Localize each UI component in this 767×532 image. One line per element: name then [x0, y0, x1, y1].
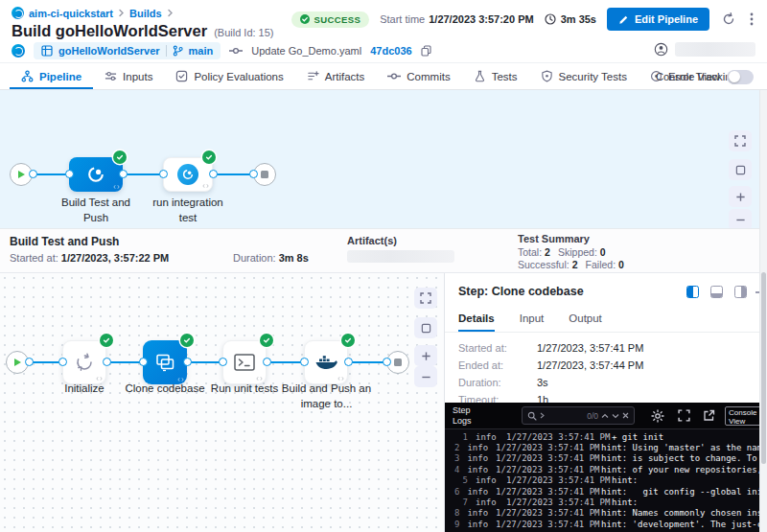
zoom-in-button[interactable]	[729, 186, 752, 207]
chevron-right-icon	[167, 9, 174, 17]
page-header: aim-ci-quickstart Builds SUCCESS Start t…	[0, 0, 767, 63]
more-menu-button[interactable]	[748, 11, 755, 28]
graph-connector-dot	[300, 358, 309, 366]
prompt-caret-icon	[540, 412, 545, 419]
layout-bottom-panel-icon[interactable]	[710, 286, 723, 298]
chevron-down-icon[interactable]	[612, 413, 619, 419]
stage-success-badge	[202, 150, 216, 164]
tab-policy-evaluations[interactable]: Policy Evaluations	[164, 63, 294, 89]
step-label[interactable]: Run unit tests	[201, 382, 288, 397]
tab-input[interactable]: Input	[520, 310, 545, 332]
canvas-reset-button[interactable]	[729, 159, 752, 180]
stage-label[interactable]: Build Test and Push	[53, 196, 139, 225]
log-line: 7info1/27/2023 3:57:41 PMhint:	[445, 497, 767, 507]
tab-details[interactable]: Details	[458, 310, 495, 332]
docker-icon	[314, 352, 338, 373]
tab-security-tests[interactable]: Security Tests	[529, 63, 639, 89]
field-label: Duration:	[458, 377, 501, 388]
graph-connector-dot	[58, 358, 67, 366]
chevron-right-icon	[118, 9, 125, 17]
code-icon	[202, 183, 209, 189]
step-label[interactable]: Initialize	[41, 382, 128, 397]
branch-name: main	[189, 45, 214, 57]
layout-right-panel-icon[interactable]	[734, 286, 747, 298]
harness-logo-icon	[12, 44, 25, 58]
step-label[interactable]: Clone codebase	[122, 382, 208, 397]
graph-connector-dot	[219, 358, 227, 366]
zoom-out-button[interactable]	[729, 209, 752, 230]
user-icon	[654, 42, 668, 57]
page-title: Build goHelloWorldServer	[12, 22, 207, 40]
step-graph-canvas: Initialize Clone codebase Run unit tests…	[0, 273, 445, 532]
console-view-toggle[interactable]	[727, 70, 754, 84]
canvas-fit-button[interactable]	[414, 288, 437, 309]
triggered-by	[654, 42, 755, 57]
status-badge: SUCCESS	[291, 12, 369, 28]
test-summary-title: Test Summary	[518, 233, 590, 244]
log-search-input[interactable]: 0/0	[522, 406, 635, 425]
search-match-count: 0/0	[587, 411, 598, 421]
step-label[interactable]: Build and Push an image to...	[281, 382, 372, 411]
commit-sha-link[interactable]: 47dc036	[370, 45, 411, 57]
log-line: 3info1/27/2023 3:57:41 PMhint: is subjec…	[445, 453, 767, 464]
graph-connector-dot	[139, 358, 148, 366]
field-label: Ended at:	[458, 359, 503, 371]
breadcrumb-project-link[interactable]: aim-ci-quickstart	[29, 8, 113, 19]
breadcrumb: aim-ci-quickstart Builds	[12, 7, 174, 19]
repository-icon	[41, 45, 53, 57]
log-open-external-icon[interactable]	[703, 409, 715, 422]
step-success-badge	[260, 334, 273, 347]
git-branch-icon	[173, 45, 183, 57]
stop-icon	[394, 359, 402, 366]
tab-pipeline[interactable]: Pipeline	[10, 63, 93, 89]
canvas-fit-button[interactable]	[729, 130, 752, 151]
graph-edge	[123, 173, 163, 175]
canvas-reset-button[interactable]	[414, 317, 437, 338]
step-details-panel: Step: Clone codebase Details Input Outpu…	[445, 273, 767, 403]
stop-icon	[261, 171, 268, 178]
edit-pipeline-button[interactable]: Edit Pipeline	[607, 8, 709, 31]
field-value: 1/27/2023, 3:57:44 PM	[537, 359, 643, 371]
build-tabs: Pipeline Inputs Policy Evaluations Artif…	[0, 63, 767, 90]
terminal-icon	[233, 352, 256, 373]
step-node-run-unit-tests[interactable]	[222, 340, 267, 384]
step-node-initialize[interactable]	[62, 340, 106, 384]
log-fullscreen-icon[interactable]	[678, 409, 690, 422]
graph-connector-dot	[209, 170, 218, 178]
step-logs-console: Step Logs 0/0 Console View 1info1/27/202…	[445, 403, 767, 532]
total-duration: 3m 35s	[545, 13, 596, 25]
zoom-in-button[interactable]	[414, 345, 437, 366]
copy-icon[interactable]	[421, 45, 431, 57]
tab-label: Commits	[407, 71, 450, 82]
graph-connector-dot	[383, 358, 391, 366]
kebab-menu-icon	[750, 12, 754, 26]
harness-logo-icon	[12, 7, 24, 19]
stage-details-band: Build Test and Push Started at:1/27/2023…	[0, 228, 767, 273]
refresh-button[interactable]	[720, 11, 737, 28]
tab-artifacts[interactable]: Artifacts	[295, 63, 377, 89]
stage-label[interactable]: run integration test	[145, 196, 231, 225]
tab-commits[interactable]: Commits	[376, 63, 461, 89]
close-icon[interactable]	[622, 412, 629, 419]
code-icon	[113, 184, 120, 190]
refresh-icon	[722, 12, 735, 26]
step-node-clone-codebase[interactable]	[143, 340, 187, 384]
step-node-build-and-push[interactable]	[304, 340, 348, 384]
shield-icon	[541, 70, 553, 82]
page-scrollbar-thumb[interactable]	[761, 272, 766, 464]
layout-left-panel-icon[interactable]	[686, 286, 699, 298]
tab-label: Policy Evaluations	[194, 71, 283, 82]
page-scrollbar-track	[759, 90, 767, 532]
breadcrumb-builds-link[interactable]: Builds	[129, 8, 162, 19]
tab-inputs[interactable]: Inputs	[93, 63, 164, 89]
log-line: 9info1/27/2023 3:57:41 PMhint: 'developm…	[445, 519, 767, 529]
graph-edge	[213, 173, 253, 175]
tab-output[interactable]: Output	[569, 310, 602, 332]
tab-tests[interactable]: Tests	[462, 63, 529, 89]
log-settings-gear-icon[interactable]	[651, 409, 664, 423]
title-row: Build goHelloWorldServer (Build Id: 15)	[12, 22, 274, 40]
repo-branch-badge[interactable]: goHelloWorldServer main	[34, 42, 221, 59]
log-line: 6info1/27/2023 3:57:41 PMhint: git confi…	[445, 486, 767, 497]
chevron-up-icon[interactable]	[601, 413, 609, 419]
zoom-out-button[interactable]	[414, 366, 437, 387]
